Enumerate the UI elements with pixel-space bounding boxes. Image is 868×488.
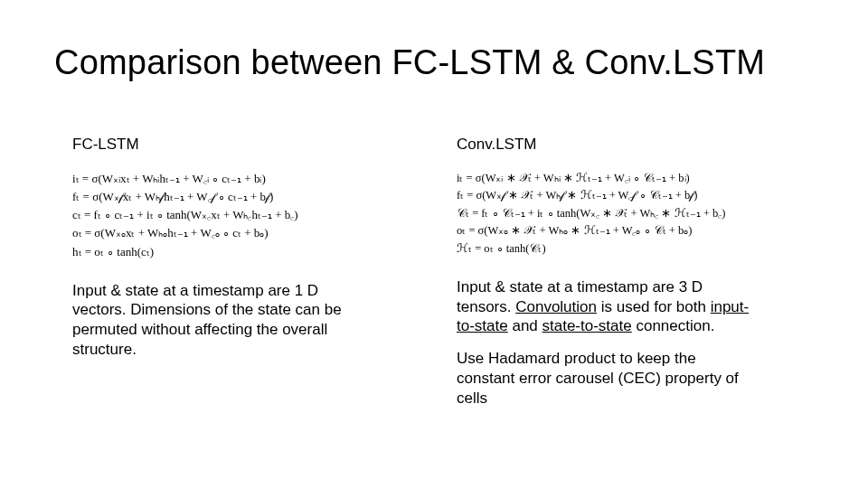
eq-c-fc: cₜ = fₜ ∘ cₜ₋₁ + iₜ ∘ tanh(Wₓ꜀xₜ + Wₕ꜀hₜ… (72, 206, 461, 224)
desc-convlstm-2: Use Hadamard product to keep the constan… (457, 349, 755, 408)
column-convlstm: Conv.LSTM iₜ = σ(Wₓᵢ ∗ 𝒳ₜ + Wₕᵢ ∗ ℋₜ₋₁ +… (457, 136, 845, 408)
heading-fc-lstm: FC-LSTM (72, 136, 461, 154)
eq-f-fc: fₜ = σ(Wₓ𝒻xₜ + Wₕ𝒻hₜ₋₁ + W꜀𝒻 ∘ cₜ₋₁ + b𝒻… (72, 188, 461, 206)
eq-h-conv: ℋₜ = oₜ ∘ tanh(𝒞ₜ) (457, 240, 845, 258)
eq-o-conv: oₜ = σ(Wₓₒ ∗ 𝒳ₜ + Wₕₒ ∗ ℋₜ₋₁ + W꜀ₒ ∘ 𝒞ₜ … (457, 222, 845, 239)
slide-title: Comparison between FC-LSTM & Conv.LSTM (54, 43, 765, 82)
eq-i-fc: iₜ = σ(Wₓᵢxₜ + Wₕᵢhₜ₋₁ + W꜀ᵢ ∘ cₜ₋₁ + bᵢ… (72, 170, 461, 188)
desc-convlstm-1: Input & state at a timestamp are 3 D ten… (457, 277, 755, 336)
desc-fc-lstm: Input & state at a timestamp are 1 D vec… (72, 281, 371, 360)
desc1-underline-state-to-state: state-to-state (542, 317, 632, 334)
desc1-part-g: connection. (632, 317, 715, 334)
equations-fc-lstm: iₜ = σ(Wₓᵢxₜ + Wₕᵢhₜ₋₁ + W꜀ᵢ ∘ cₜ₋₁ + bᵢ… (72, 170, 461, 261)
desc1-part-e: and (508, 317, 542, 334)
equations-convlstm: iₜ = σ(Wₓᵢ ∗ 𝒳ₜ + Wₕᵢ ∗ ℋₜ₋₁ + W꜀ᵢ ∘ 𝒞ₜ₋… (457, 170, 845, 258)
eq-h-fc: hₜ = oₜ ∘ tanh(cₜ) (72, 243, 461, 261)
desc1-part-c: is used for both (597, 298, 711, 315)
eq-f-conv: fₜ = σ(Wₓ𝒻 ∗ 𝒳ₜ + Wₕ𝒻 ∗ ℋₜ₋₁ + W꜀𝒻 ∘ 𝒞ₜ₋… (457, 187, 845, 204)
eq-c-conv: 𝒞ₜ = fₜ ∘ 𝒞ₜ₋₁ + iₜ ∘ tanh(Wₓ꜀ ∗ 𝒳ₜ + Wₕ… (457, 205, 845, 222)
eq-i-conv: iₜ = σ(Wₓᵢ ∗ 𝒳ₜ + Wₕᵢ ∗ ℋₜ₋₁ + W꜀ᵢ ∘ 𝒞ₜ₋… (457, 170, 845, 187)
heading-convlstm: Conv.LSTM (457, 136, 845, 154)
desc1-underline-convolution: Convolution (515, 298, 597, 315)
eq-o-fc: oₜ = σ(Wₓₒxₜ + Wₕₒhₜ₋₁ + W꜀ₒ ∘ cₜ + bₒ) (72, 224, 461, 242)
slide: Comparison between FC-LSTM & Conv.LSTM F… (0, 0, 868, 488)
column-fc-lstm: FC-LSTM iₜ = σ(Wₓᵢxₜ + Wₕᵢhₜ₋₁ + W꜀ᵢ ∘ c… (72, 136, 461, 360)
